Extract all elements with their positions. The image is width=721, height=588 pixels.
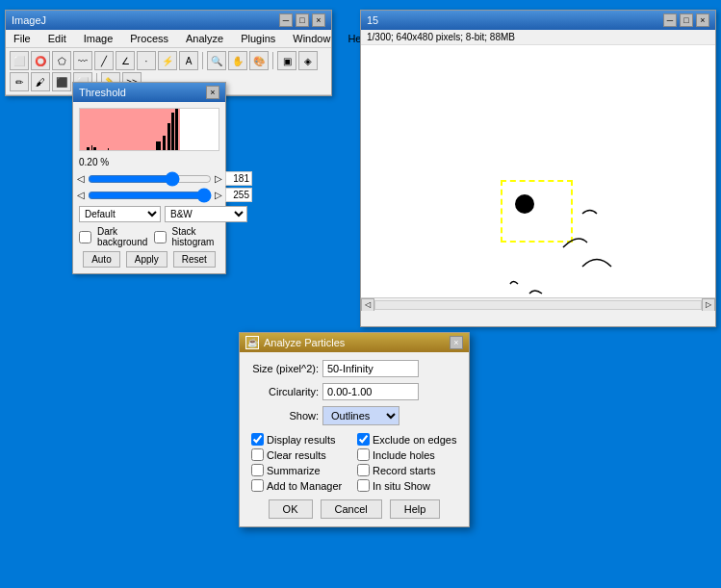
record-starts-checkbox[interactable] <box>357 464 370 476</box>
tool-hand[interactable]: ✋ <box>228 51 247 70</box>
close-btn[interactable]: × <box>312 13 325 27</box>
exclude-edges-label: Exclude on edges <box>373 434 456 446</box>
scroll-left[interactable]: ◁ <box>361 298 374 312</box>
image-titlebar: 15 ─ □ × <box>361 11 715 30</box>
insitu-show-checkbox[interactable] <box>357 479 370 492</box>
tool-pencil[interactable]: ✏ <box>10 72 29 91</box>
summarize-checkbox[interactable] <box>251 464 264 476</box>
ok-button[interactable]: OK <box>269 499 313 519</box>
slider1-arrow-left[interactable]: ◁ <box>77 173 85 184</box>
menu-file[interactable]: File <box>10 32 35 45</box>
menu-analyze[interactable]: Analyze <box>182 32 227 45</box>
stack-hist-checkbox[interactable] <box>154 231 167 243</box>
scrollbar-bottom: ◁ ▷ <box>361 297 715 311</box>
exclude-edges-checkbox[interactable] <box>357 433 370 446</box>
tool-rect[interactable]: ⬜ <box>10 51 29 70</box>
display-results-label: Display results <box>267 434 336 446</box>
tool-wand[interactable]: ⚡ <box>158 51 177 70</box>
dark-bg-label: Dark background <box>97 226 148 247</box>
minimize-btn[interactable]: ─ <box>279 13 293 27</box>
menu-plugins[interactable]: Plugins <box>237 32 279 45</box>
tool-color[interactable]: 🎨 <box>249 51 269 70</box>
tool-eye[interactable]: ◈ <box>298 51 318 70</box>
dialog-buttons: OK Cancel Help <box>251 499 457 519</box>
image-title-btns: ─ □ × <box>663 13 709 27</box>
threshold-controls: Default Huang Intermodes IsoData Li MaxE… <box>79 206 219 222</box>
color-select[interactable]: B&W Red B&W Inverted <box>165 206 247 222</box>
slider1-value[interactable] <box>225 171 252 186</box>
cancel-button[interactable]: Cancel <box>321 499 382 519</box>
img-minimize[interactable]: ─ <box>663 13 677 27</box>
dialog-close-btn[interactable]: × <box>450 336 463 349</box>
scroll-right[interactable]: ▷ <box>702 298 715 312</box>
tool-line[interactable]: ╱ <box>94 51 114 70</box>
slider1[interactable] <box>88 173 212 185</box>
auto-btn[interactable]: Auto <box>83 251 120 268</box>
insitu-show-label: In situ Show <box>373 480 430 492</box>
slider1-arrow-right[interactable]: ▷ <box>215 173 222 184</box>
tool-point[interactable]: · <box>137 51 156 70</box>
size-input[interactable] <box>322 360 419 377</box>
tool-oval[interactable]: ⭕ <box>31 51 50 70</box>
menu-image[interactable]: Image <box>80 32 117 45</box>
slider2[interactable] <box>88 190 212 201</box>
tool-zoom[interactable]: 🔍 <box>207 51 226 70</box>
tool-thresh[interactable]: ▣ <box>277 51 296 70</box>
tool-text[interactable]: A <box>179 51 198 70</box>
analyze-particles-titlebar: ☕ Analyze Particles × <box>240 333 469 352</box>
menubar: File Edit Image Process Analyze Plugins … <box>6 30 331 48</box>
dialog-body: Size (pixel^2): Circularity: Show: Outli… <box>240 352 469 526</box>
summarize-label: Summarize <box>267 465 321 476</box>
threshold-window: Threshold × 0.20 % ◁ ▷ ◁ ▷ Defa <box>72 82 226 274</box>
threshold-buttons: Auto Apply Reset <box>79 251 219 268</box>
slider2-value[interactable] <box>225 188 252 202</box>
show-select[interactable]: Outlines Nothing Masks Ellipses Count Ma… <box>322 406 399 425</box>
particles-svg <box>361 45 715 311</box>
menu-window[interactable]: Window <box>289 32 334 45</box>
analyze-particles-dialog: ☕ Analyze Particles × Size (pixel^2): Ci… <box>239 332 470 527</box>
img-maximize[interactable]: □ <box>680 13 693 27</box>
clear-results-label: Clear results <box>267 449 326 461</box>
maximize-btn[interactable]: □ <box>296 13 309 27</box>
tool-angle[interactable]: ∠ <box>116 51 135 70</box>
slider2-arrow-left[interactable]: ◁ <box>77 190 85 200</box>
checkboxes-area: Display results Exclude on edges Clear r… <box>251 433 457 492</box>
include-holes-checkbox[interactable] <box>357 448 370 461</box>
method-select[interactable]: Default Huang Intermodes IsoData Li MaxE… <box>79 206 161 222</box>
show-label: Show: <box>251 410 319 422</box>
display-results-checkbox[interactable] <box>251 433 264 446</box>
circularity-input[interactable] <box>322 383 419 400</box>
include-holes-cb-row: Include holes <box>357 448 457 461</box>
img-close[interactable]: × <box>696 13 709 27</box>
menu-edit[interactable]: Edit <box>44 32 70 45</box>
stack-hist-label: Stack histogram <box>172 226 219 247</box>
circularity-label: Circularity: <box>251 386 319 397</box>
display-results-cb-row: Display results <box>251 433 351 446</box>
circularity-row: Circularity: <box>251 383 457 400</box>
analyze-particles-title: Analyze Particles <box>264 337 345 348</box>
threshold-checkbox-row: Dark background Stack histogram <box>79 226 219 247</box>
image-window: 15 ─ □ × 1/300; 640x480 pixels; 8-bit; 8… <box>360 10 716 327</box>
show-row: Show: Outlines Nothing Masks Ellipses Co… <box>251 406 457 425</box>
menu-process[interactable]: Process <box>126 32 172 45</box>
tool-free[interactable]: 〰 <box>73 51 92 70</box>
tool-fill[interactable]: ⬛ <box>52 72 71 91</box>
scroll-track[interactable] <box>374 300 702 310</box>
clear-results-checkbox[interactable] <box>251 448 264 461</box>
threshold-close[interactable]: × <box>206 86 219 99</box>
threshold-title: Threshold <box>79 87 126 98</box>
dark-bg-checkbox[interactable] <box>79 231 91 243</box>
slider2-arrow-right[interactable]: ▷ <box>215 190 222 200</box>
threshold-titlebar: Threshold × <box>73 83 225 102</box>
apply-btn[interactable]: Apply <box>126 251 167 268</box>
add-manager-checkbox[interactable] <box>251 479 264 492</box>
insitu-show-cb-row: In situ Show <box>357 479 457 492</box>
tool-brush[interactable]: 🖌 <box>31 72 50 91</box>
threshold-percent: 0.20 % <box>79 157 219 167</box>
reset-btn[interactable]: Reset <box>173 251 216 268</box>
slider-row-1: ◁ ▷ <box>77 171 221 186</box>
image-info: 1/300; 640x480 pixels; 8-bit; 88MB <box>361 30 715 45</box>
tool-poly[interactable]: ⬠ <box>52 51 71 70</box>
add-manager-label: Add to Manager <box>267 480 342 492</box>
help-button[interactable]: Help <box>390 499 441 519</box>
